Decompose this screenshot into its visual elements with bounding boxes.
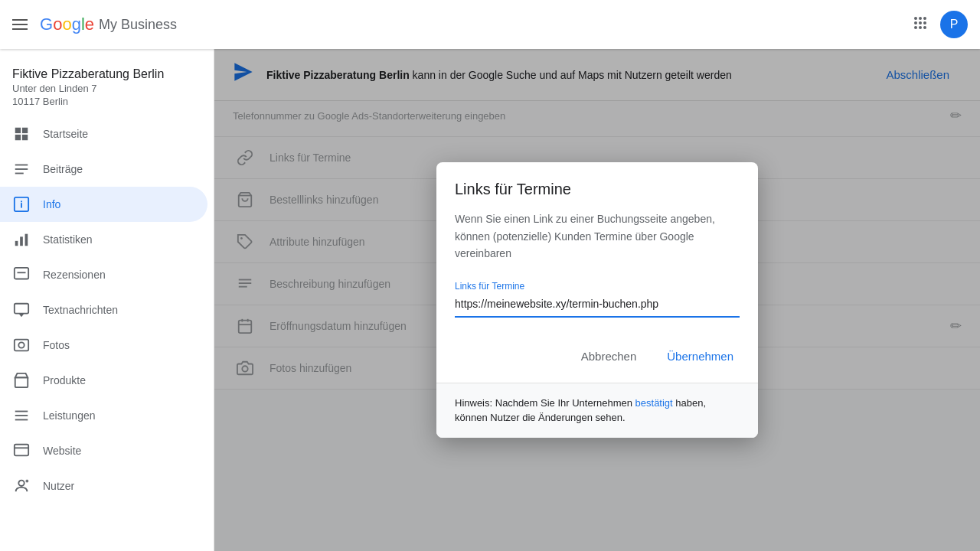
svg-rect-24	[15, 304, 28, 314]
svg-point-7	[919, 26, 922, 29]
startseite-icon	[12, 126, 31, 142]
links-termine-input[interactable]	[455, 295, 740, 318]
confirm-button[interactable]: Übernehmen	[655, 342, 746, 370]
sidebar-label-beitraege: Beiträge	[43, 163, 83, 175]
modal-actions: Abbrechen Übernehmen	[436, 336, 758, 383]
leistungen-icon	[12, 407, 31, 424]
main-layout: Fiktive Pizzaberatung Berlin Unter den L…	[0, 49, 980, 551]
svg-rect-29	[15, 411, 28, 412]
rezensionen-icon	[12, 266, 31, 283]
sidebar-label-info: Info	[43, 198, 60, 210]
svg-rect-12	[22, 135, 28, 140]
header-left: Google My Business	[12, 15, 177, 34]
sidebar-label-textnachrichten: Textnachrichten	[43, 304, 118, 316]
google-wordmark: Google	[40, 15, 94, 34]
sidebar-item-rezensionen[interactable]: Rezensionen	[0, 257, 207, 292]
svg-rect-10	[22, 128, 28, 133]
website-icon	[12, 442, 31, 459]
produkte-icon	[12, 372, 31, 389]
svg-rect-13	[15, 165, 28, 166]
sidebar-label-fotos: Fotos	[43, 339, 70, 351]
nutzer-icon	[12, 478, 31, 494]
svg-rect-18	[21, 201, 22, 202]
bestaetigt-link[interactable]: bestätigt	[635, 397, 673, 409]
sidebar-item-leistungen[interactable]: Leistungen	[0, 398, 207, 433]
svg-point-8	[923, 26, 926, 29]
sidebar-label-leistungen: Leistungen	[43, 409, 96, 422]
svg-rect-23	[18, 272, 26, 273]
svg-rect-21	[25, 234, 28, 246]
beitraege-icon	[12, 161, 31, 178]
business-name: Fiktive Pizzaberatung Berlin	[12, 67, 201, 81]
sidebar-label-produkte: Produkte	[43, 374, 86, 386]
info-icon	[12, 196, 31, 213]
sidebar-item-fotos[interactable]: Fotos	[0, 328, 207, 363]
hamburger-menu-icon[interactable]	[12, 19, 28, 30]
sidebar-item-textnachrichten[interactable]: Textnachrichten	[0, 292, 207, 328]
modal-overlay: Links für Termine Wenn Sie einen Link zu…	[214, 49, 980, 551]
svg-rect-32	[15, 445, 28, 456]
svg-rect-22	[15, 268, 28, 279]
sidebar-item-website[interactable]: Website	[0, 433, 207, 468]
sidebar-label-website: Website	[43, 445, 81, 457]
sidebar-item-beitraege[interactable]: Beiträge	[0, 152, 207, 187]
svg-rect-11	[15, 135, 21, 140]
business-address-line1: Unter den Linden 7	[12, 83, 201, 94]
svg-rect-17	[21, 203, 22, 207]
svg-point-3	[914, 21, 917, 24]
apps-grid-icon[interactable]	[913, 15, 928, 34]
fotos-icon	[12, 337, 31, 354]
svg-point-2	[923, 17, 926, 20]
svg-rect-31	[15, 419, 28, 421]
svg-point-4	[919, 21, 922, 24]
sidebar-item-statistiken[interactable]: Statistiken	[0, 222, 207, 257]
hinweis-label: Hinweis:	[455, 397, 492, 409]
header-right: P	[913, 11, 968, 38]
sidebar-label-startseite: Startseite	[43, 128, 88, 140]
svg-rect-9	[15, 128, 21, 133]
svg-rect-19	[15, 241, 18, 246]
sidebar-nav: Startseite Beiträge Info Statistiken	[0, 116, 214, 504]
sidebar-item-info[interactable]: Info	[0, 187, 207, 222]
svg-rect-28	[15, 377, 28, 387]
sidebar-label-rezensionen: Rezensionen	[43, 269, 106, 281]
links-termine-modal: Links für Termine Wenn Sie einen Link zu…	[436, 162, 758, 437]
svg-rect-20	[20, 236, 23, 246]
sidebar-item-produkte[interactable]: Produkte	[0, 363, 207, 398]
modal-note: Hinweis: Nachdem Sie Ihr Unternehmen bes…	[436, 383, 758, 438]
svg-rect-30	[15, 415, 28, 416]
sidebar: Fiktive Pizzaberatung Berlin Unter den L…	[0, 49, 214, 551]
modal-field: Links für Termine	[455, 281, 740, 318]
svg-point-0	[914, 17, 917, 20]
note-text: Nachdem Sie Ihr Unternehmen	[495, 397, 635, 409]
sidebar-item-startseite[interactable]: Startseite	[0, 116, 207, 152]
svg-point-6	[914, 26, 917, 29]
statistiken-icon	[12, 231, 31, 248]
logo: Google My Business	[40, 15, 177, 34]
sidebar-label-statistiken: Statistiken	[43, 233, 93, 246]
svg-marker-25	[18, 314, 24, 318]
content-area: Fiktive Pizzaberatung Berlin kann in der…	[214, 49, 980, 551]
sidebar-label-nutzer: Nutzer	[43, 480, 74, 492]
header: Google My Business P	[0, 0, 980, 49]
field-label: Links für Termine	[455, 281, 740, 292]
avatar[interactable]: P	[940, 11, 968, 38]
svg-point-34	[18, 481, 24, 486]
modal-body: Links für Termine Wenn Sie einen Link zu…	[436, 162, 758, 335]
svg-rect-26	[15, 340, 28, 351]
svg-point-5	[923, 21, 926, 24]
svg-rect-14	[15, 168, 28, 170]
svg-point-1	[919, 17, 922, 20]
cancel-button[interactable]: Abbrechen	[569, 342, 649, 370]
modal-description: Wenn Sie einen Link zu einer Buchungssei…	[455, 210, 740, 262]
business-info: Fiktive Pizzaberatung Berlin Unter den L…	[0, 55, 214, 110]
svg-point-27	[18, 342, 24, 347]
textnachrichten-icon	[12, 302, 31, 318]
svg-rect-33	[15, 447, 28, 448]
svg-rect-15	[15, 173, 24, 174]
business-address-line2: 10117 Berlin	[12, 96, 201, 107]
sidebar-item-nutzer[interactable]: Nutzer	[0, 468, 207, 504]
my-business-text: My Business	[99, 17, 177, 33]
modal-title: Links für Termine	[455, 181, 740, 198]
